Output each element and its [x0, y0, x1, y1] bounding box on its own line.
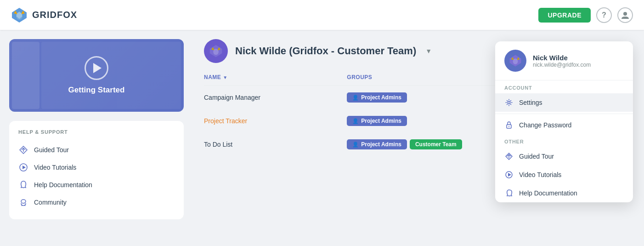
video-tutorials-icon — [18, 162, 28, 172]
divider — [495, 114, 633, 114]
guided-tour-label-dropdown: Guided Tour — [519, 153, 554, 160]
header-right: UPGRADE ? — [538, 7, 633, 23]
tag-project-admins: 👤 Project Admins — [347, 92, 407, 103]
svg-point-13 — [513, 58, 518, 64]
upgrade-button[interactable]: UPGRADE — [538, 8, 591, 23]
project-dropdown-arrow[interactable]: ▼ — [425, 47, 432, 55]
tag-group-campaign: 👤 Project Admins — [347, 92, 490, 103]
dropdown-item-video-tutorials[interactable]: Video Tutorials — [495, 166, 633, 184]
account-section-label: Account — [495, 80, 633, 93]
gridfox-logo-icon — [11, 7, 28, 23]
dropdown-item-guided-tour[interactable]: Guided Tour — [495, 147, 633, 166]
tag-project-admins-3: 👤 Project Admins — [347, 139, 407, 149]
help-item-video-tutorials[interactable]: Video Tutorials — [18, 159, 175, 176]
tag-customer-team: Customer Team — [410, 139, 462, 149]
guided-tour-label: Guided Tour — [34, 146, 69, 154]
project-title: Nick Wilde (Gridfox - Customer Team) — [235, 45, 416, 57]
svg-point-16 — [508, 126, 509, 127]
dropdown-item-change-password[interactable]: Change Password — [495, 116, 633, 134]
app-name: GRIDFOX — [32, 10, 77, 20]
sort-icon: ▼ — [223, 75, 227, 80]
change-password-label: Change Password — [519, 121, 571, 129]
user-icon — [621, 11, 630, 20]
help-button[interactable]: ? — [596, 7, 612, 23]
dropdown-item-settings[interactable]: Settings — [495, 93, 633, 112]
tag-group-todo: 👤 Project Admins Customer Team — [347, 139, 490, 149]
col-header-name: NAME ▼ — [204, 74, 347, 80]
tag-user-icon-3: 👤 — [352, 142, 359, 148]
dropdown-user-email: nick.wilde@gridfox.com — [533, 62, 591, 68]
other-section-label: Other — [495, 134, 633, 147]
help-documentation-label-dropdown: Help Documentation — [519, 189, 577, 197]
project-name-tracker: Project Tracker — [204, 117, 347, 125]
tag-project-admins-2: 👤 Project Admins — [347, 116, 407, 126]
community-icon — [18, 197, 28, 207]
help-support-title: HELP & SUPPORT — [18, 129, 175, 135]
dropdown-user-section: Nick Wilde nick.wilde@gridfox.com — [495, 41, 633, 80]
svg-point-7 — [21, 200, 26, 203]
getting-started-card[interactable]: Getting Started — [9, 39, 184, 112]
tag-group-tracker: 👤 Project Admins — [347, 116, 490, 126]
help-support-section: HELP & SUPPORT Guided Tour — [9, 121, 184, 219]
dropdown-user-info: Nick Wilde nick.wilde@gridfox.com — [533, 54, 591, 68]
user-menu-button[interactable] — [617, 7, 633, 23]
user-dropdown-menu: Nick Wilde nick.wilde@gridfox.com Accoun… — [495, 41, 633, 202]
tag-user-icon: 👤 — [352, 95, 359, 101]
dropdown-item-help-documentation[interactable]: Help Documentation — [495, 184, 633, 202]
svg-point-2 — [623, 12, 627, 16]
project-avatar — [204, 39, 228, 63]
project-avatar-icon — [209, 44, 223, 58]
card-bg-decoration — [12, 42, 181, 109]
tag-user-icon-2: 👤 — [352, 118, 359, 124]
dropdown-user-name: Nick Wilde — [533, 54, 591, 62]
svg-point-11 — [213, 49, 219, 55]
dropdown-avatar-icon — [509, 54, 522, 67]
project-name-todo: To Do List — [204, 141, 347, 148]
help-item-help-documentation[interactable]: Help Documentation — [18, 176, 175, 194]
help-documentation-label: Help Documentation — [34, 181, 92, 189]
col-header-groups: GROUPS — [347, 74, 490, 80]
help-documentation-icon-dropdown — [504, 189, 514, 198]
svg-point-14 — [508, 102, 510, 104]
logo-area: GRIDFOX — [11, 7, 538, 23]
guided-tour-icon-dropdown — [504, 152, 514, 161]
video-tutorials-label: Video Tutorials — [34, 164, 76, 171]
svg-point-1 — [16, 12, 23, 20]
help-item-guided-tour[interactable]: Guided Tour — [18, 141, 175, 159]
video-tutorials-label-dropdown: Video Tutorials — [519, 171, 561, 178]
svg-marker-6 — [23, 166, 26, 169]
settings-label: Settings — [519, 99, 542, 106]
dropdown-avatar — [504, 50, 526, 72]
project-name-campaign: Campaign Manager — [204, 94, 347, 101]
video-tutorials-icon-dropdown — [504, 170, 514, 179]
change-password-icon — [504, 120, 514, 130]
help-documentation-icon — [18, 180, 28, 190]
header: GRIDFOX UPGRADE ? — [0, 0, 644, 30]
community-label: Community — [34, 199, 67, 206]
settings-icon — [504, 98, 514, 107]
help-item-community[interactable]: Community — [18, 194, 175, 211]
left-sidebar: Getting Started HELP & SUPPORT Guided To… — [0, 30, 193, 246]
svg-marker-20 — [508, 173, 511, 177]
guided-tour-icon — [18, 145, 28, 155]
